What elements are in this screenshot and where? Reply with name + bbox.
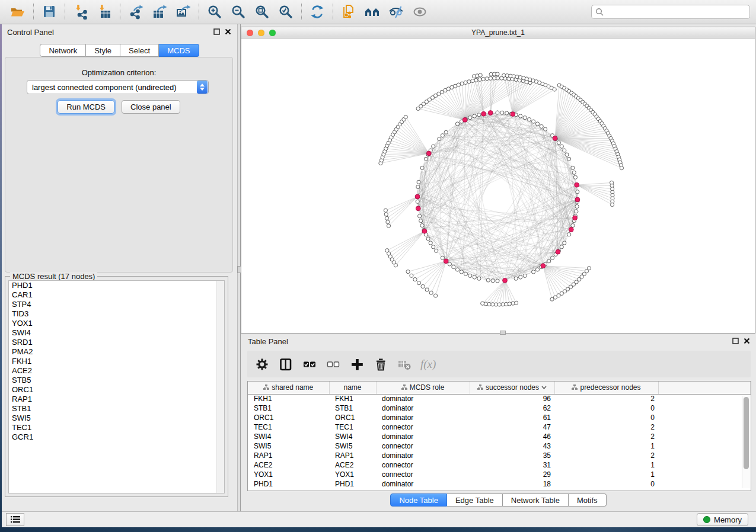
mcds-result-item[interactable]: CAR1 <box>9 290 224 300</box>
table-cell[interactable]: 96 <box>470 394 554 403</box>
mcds-result-item[interactable]: FKH1 <box>9 357 224 366</box>
table-cell[interactable]: dominator <box>376 403 470 413</box>
table-cell[interactable]: dominator <box>376 394 470 403</box>
table-cell[interactable]: dominator <box>376 451 470 460</box>
delete-column-icon[interactable] <box>373 357 388 371</box>
table-cell[interactable]: YOX1 <box>248 470 329 479</box>
table-cell[interactable]: RAP1 <box>329 451 376 460</box>
table-cell[interactable]: 62 <box>470 403 554 413</box>
table-row[interactable]: RAP1RAP1dominator352 <box>248 451 751 460</box>
mcds-result-item[interactable]: RAP1 <box>9 395 224 404</box>
table-cell[interactable]: connector <box>376 460 470 470</box>
column-menu-icon[interactable] <box>541 386 547 389</box>
tab-edge-table[interactable]: Edge Table <box>447 493 503 507</box>
float-panel-icon[interactable] <box>213 28 220 35</box>
table-cell[interactable]: SWI5 <box>248 441 329 451</box>
mcds-result-item[interactable]: STB5 <box>9 376 224 385</box>
mcds-result-item[interactable]: STP4 <box>9 300 224 309</box>
memory-button[interactable]: Memory <box>697 513 748 526</box>
table-cell[interactable]: FKH1 <box>329 394 376 403</box>
tab-motifs[interactable]: Motifs <box>569 493 607 507</box>
delete-table-icon[interactable] <box>397 357 412 371</box>
zoom-selected-icon[interactable] <box>274 2 298 21</box>
select-all-checks-icon[interactable] <box>302 357 317 371</box>
table-cell[interactable]: SWI4 <box>329 432 376 441</box>
table-cell[interactable]: 29 <box>470 470 554 479</box>
table-cell[interactable]: connector <box>376 422 470 432</box>
table-scrollbar[interactable] <box>742 396 750 488</box>
table-row[interactable]: SWI4SWI4dominator462 <box>248 432 751 441</box>
result-scrollbar[interactable] <box>216 281 224 493</box>
mcds-result-item[interactable]: SWI4 <box>9 328 224 338</box>
table-cell[interactable]: 0 <box>554 403 658 413</box>
zoom-in-icon[interactable] <box>203 2 227 21</box>
table-cell[interactable]: STB1 <box>329 403 376 413</box>
mcds-result-item[interactable]: ORC1 <box>9 385 224 395</box>
table-row[interactable]: FKH1FKH1dominator962 <box>248 394 751 403</box>
search-input[interactable] <box>604 8 746 16</box>
network-canvas[interactable] <box>241 39 755 333</box>
mcds-result-item[interactable]: SWI5 <box>9 414 224 423</box>
search-box[interactable] <box>591 5 750 19</box>
add-column-icon[interactable] <box>349 357 365 371</box>
table-cell[interactable]: STB1 <box>248 403 329 413</box>
tab-style[interactable]: Style <box>86 44 120 57</box>
deselect-checks-icon[interactable] <box>326 357 341 371</box>
table-cell[interactable]: TEC1 <box>329 422 376 432</box>
import-table-icon[interactable] <box>92 2 116 21</box>
table-cell[interactable]: SWI5 <box>329 441 376 451</box>
close-panel-icon[interactable] <box>225 28 231 35</box>
run-mcds-button[interactable]: Run MCDS <box>58 100 114 114</box>
table-cell[interactable]: 0 <box>554 413 658 422</box>
mcds-result-item[interactable]: TEC1 <box>9 423 224 432</box>
export-network-icon[interactable] <box>124 2 148 21</box>
table-cell[interactable]: FKH1 <box>248 394 329 403</box>
table-row[interactable]: STB1STB1dominator620 <box>248 403 751 413</box>
function-builder-icon[interactable]: f(x) <box>420 358 436 371</box>
optimization-criterion-select[interactable]: largest connected component (undirected) <box>27 80 209 94</box>
save-icon[interactable] <box>37 2 61 21</box>
table-cell[interactable]: dominator <box>376 413 470 422</box>
table-cell[interactable]: connector <box>376 470 470 479</box>
close-table-panel-icon[interactable] <box>744 338 750 344</box>
table-cell[interactable]: RAP1 <box>248 451 329 460</box>
column-header-name[interactable]: name <box>329 382 376 394</box>
hide-details-icon[interactable] <box>384 2 408 21</box>
table-cell[interactable]: ORC1 <box>248 413 329 422</box>
table-cell[interactable]: ACE2 <box>329 460 376 470</box>
mcds-result-item[interactable]: PHD1 <box>9 281 224 290</box>
table-cell[interactable]: SWI4 <box>248 432 329 441</box>
table-cell[interactable]: 2 <box>554 394 658 403</box>
zoom-out-icon[interactable] <box>227 2 250 21</box>
split-columns-icon[interactable] <box>278 357 294 371</box>
task-history-button[interactable] <box>6 513 24 526</box>
table-cell[interactable]: 18 <box>470 479 554 489</box>
table-cell[interactable]: 46 <box>470 432 554 441</box>
mcds-result-item[interactable]: PMA2 <box>9 347 224 357</box>
tab-node-table[interactable]: Node Table <box>390 493 447 507</box>
network-window-titlebar[interactable]: YPA_prune.txt_1 <box>241 27 755 39</box>
tab-network[interactable]: Network <box>40 44 86 57</box>
table-cell[interactable]: 1 <box>554 441 658 451</box>
table-cell[interactable]: 43 <box>470 441 554 451</box>
float-table-panel-icon[interactable] <box>732 338 739 344</box>
mcds-result-list[interactable]: PHD1CAR1STP4TID3YOX1SWI4SRD1PMA2FKH1ACE2… <box>8 280 225 493</box>
export-table-icon[interactable] <box>148 2 171 21</box>
share-document-icon[interactable] <box>337 2 361 21</box>
show-details-icon[interactable] <box>408 2 432 21</box>
table-row[interactable]: PHD1PHD1dominator180 <box>248 479 751 489</box>
refresh-icon[interactable] <box>305 2 329 21</box>
network-graph[interactable] <box>241 39 756 334</box>
mcds-result-item[interactable]: YOX1 <box>9 319 224 328</box>
table-cell[interactable]: YOX1 <box>329 470 376 479</box>
import-network-icon[interactable] <box>69 2 92 21</box>
table-cell[interactable]: dominator <box>376 432 470 441</box>
table-cell[interactable]: ORC1 <box>329 413 376 422</box>
column-header-shared-name[interactable]: shared name <box>248 382 329 394</box>
table-cell[interactable]: 61 <box>470 413 554 422</box>
table-row[interactable]: SWI5SWI5connector431 <box>248 441 751 451</box>
mcds-result-item[interactable]: STB1 <box>9 404 224 414</box>
column-header-predecessor-nodes[interactable]: predecessor nodes <box>554 382 658 394</box>
column-header-MCDS-role[interactable]: MCDS role <box>376 382 470 394</box>
first-neighbors-icon[interactable] <box>361 2 384 21</box>
